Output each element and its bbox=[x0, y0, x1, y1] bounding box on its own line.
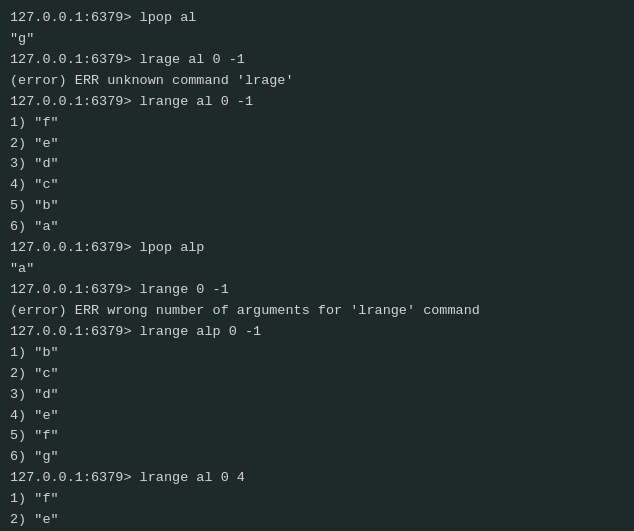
prompt-line: 127.0.0.1:6379> lrange 0 -1 bbox=[10, 280, 624, 301]
result-line: 5) "f" bbox=[10, 426, 624, 447]
result-line: 2) "e" bbox=[10, 510, 624, 531]
result-line: 4) "c" bbox=[10, 175, 624, 196]
result-line: 4) "e" bbox=[10, 406, 624, 427]
result-line: "a" bbox=[10, 259, 624, 280]
result-line: 1) "f" bbox=[10, 113, 624, 134]
error-line: (error) ERR wrong number of arguments fo… bbox=[10, 301, 624, 322]
result-line: 6) "a" bbox=[10, 217, 624, 238]
result-line: 3) "d" bbox=[10, 385, 624, 406]
terminal: 127.0.0.1:6379> lpop al"g"127.0.0.1:6379… bbox=[10, 8, 624, 531]
prompt-line: 127.0.0.1:6379> lrange al 0 4 bbox=[10, 468, 624, 489]
result-line: 6) "g" bbox=[10, 447, 624, 468]
prompt-line: 127.0.0.1:6379> lrage al 0 -1 bbox=[10, 50, 624, 71]
prompt-line: 127.0.0.1:6379> lrange alp 0 -1 bbox=[10, 322, 624, 343]
prompt-line: 127.0.0.1:6379> lpop al bbox=[10, 8, 624, 29]
result-line: 5) "b" bbox=[10, 196, 624, 217]
result-line: 3) "d" bbox=[10, 154, 624, 175]
prompt-line: 127.0.0.1:6379> lpop alp bbox=[10, 238, 624, 259]
result-line: 2) "e" bbox=[10, 134, 624, 155]
result-line: 1) "f" bbox=[10, 489, 624, 510]
result-line: 2) "c" bbox=[10, 364, 624, 385]
prompt-line: 127.0.0.1:6379> lrange al 0 -1 bbox=[10, 92, 624, 113]
result-line: "g" bbox=[10, 29, 624, 50]
result-line: 1) "b" bbox=[10, 343, 624, 364]
error-line: (error) ERR unknown command 'lrage' bbox=[10, 71, 624, 92]
